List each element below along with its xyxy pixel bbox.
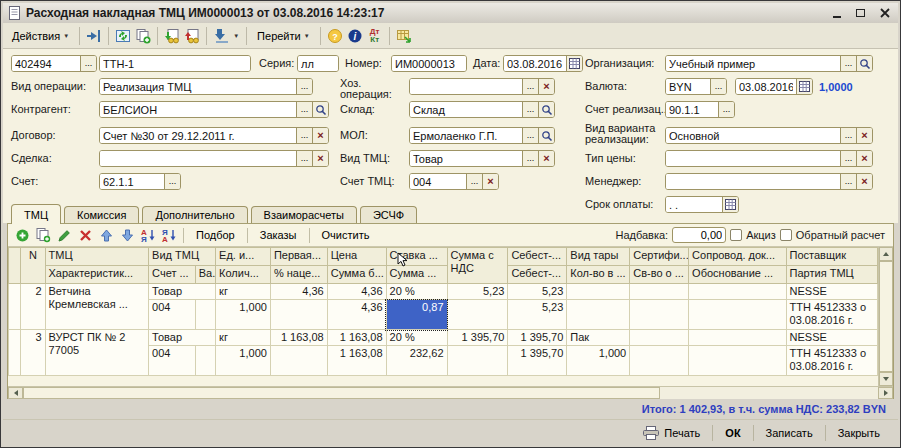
col-nacenka[interactable]: % наце... xyxy=(270,266,327,284)
pervaya-cell[interactable]: 4,36 xyxy=(270,284,327,300)
kolichestvo-cell[interactable]: 1,000 xyxy=(216,346,271,376)
col-n[interactable]: N xyxy=(21,248,45,284)
sebest-sub-cell[interactable]: 5,23 xyxy=(508,300,567,330)
akciz-checkbox[interactable] xyxy=(730,229,742,241)
col-pervaya[interactable]: Первая... xyxy=(270,248,327,266)
svvo-cell[interactable] xyxy=(630,300,689,330)
row-selector-cell[interactable] xyxy=(9,284,21,330)
horizontal-scrollbar[interactable] xyxy=(8,386,893,399)
close-form-button[interactable]: Закрыть xyxy=(828,424,890,442)
col-vid-tary[interactable]: Вид тары xyxy=(567,248,630,266)
tmc-name-cell[interactable]: ВУРСТ ПК № 2 77005 xyxy=(45,330,149,376)
scroll-down-button[interactable] xyxy=(879,372,893,386)
hoz-input[interactable] xyxy=(410,79,522,94)
due-calendar-button[interactable] xyxy=(722,197,738,212)
variant-clear-button[interactable]: × xyxy=(856,128,872,143)
print-button[interactable]: Печать xyxy=(633,423,710,443)
move-down-button[interactable] xyxy=(118,227,136,244)
horizontal-scroll-thumb[interactable] xyxy=(23,387,660,399)
nadbavka-input[interactable] xyxy=(672,227,726,243)
col-cena[interactable]: Цена xyxy=(327,248,386,266)
sort-asc-button[interactable]: АЯ xyxy=(139,227,157,244)
mol-input[interactable] xyxy=(410,128,522,143)
doc-in-button[interactable] xyxy=(163,27,181,45)
copy-row-button[interactable] xyxy=(34,227,52,244)
actions-menu-button[interactable]: Действия ▼ xyxy=(7,28,74,44)
summa-b-cell[interactable]: 1 163,08 xyxy=(327,346,386,376)
sebest-cell[interactable]: 5,23 xyxy=(508,284,567,300)
partiya-cell[interactable]: ТТН 4512333 о 03.08.2016 г. xyxy=(786,346,877,376)
ochistit-button[interactable]: Очистить xyxy=(315,228,377,242)
sdelka-input[interactable] xyxy=(100,151,296,166)
vid-tmc-cell[interactable]: Товар xyxy=(149,330,216,346)
date-input[interactable] xyxy=(504,56,566,71)
save-button[interactable]: Записать xyxy=(756,424,823,442)
tab-dopolnitelno[interactable]: Дополнительно xyxy=(142,206,247,223)
org-input[interactable] xyxy=(666,56,840,71)
col-postavshik[interactable]: Поставщик xyxy=(786,248,877,266)
code-input[interactable] xyxy=(12,56,80,71)
summa-s-nds-cell[interactable]: 5,23 xyxy=(447,284,508,300)
stavka-cell[interactable]: 20 % xyxy=(386,284,447,300)
add-row-button[interactable] xyxy=(13,227,31,244)
currency-date-calendar-button[interactable] xyxy=(796,79,812,94)
copy-document-button[interactable] xyxy=(134,27,152,45)
ed-cell[interactable]: кг xyxy=(216,330,271,346)
col-sertifikat[interactable]: Сертифи... xyxy=(630,248,689,266)
horizontal-scroll-track[interactable] xyxy=(660,387,878,399)
sdelka-select-button[interactable]: ... xyxy=(296,151,312,166)
dogovor-input[interactable] xyxy=(100,128,296,143)
dogovor-select-button[interactable]: ... xyxy=(296,128,312,143)
acc-tmc-clear-button[interactable]: × xyxy=(482,174,498,189)
col-selector[interactable] xyxy=(9,248,21,284)
summa-b-cell[interactable]: 4,36 xyxy=(327,300,386,330)
ed-cell[interactable]: кг xyxy=(216,284,271,300)
cena-cell[interactable]: 1 163,08 xyxy=(327,330,386,346)
close-button[interactable] xyxy=(875,6,894,21)
sertifikat-cell[interactable] xyxy=(630,284,689,300)
vid-tmc-cell[interactable]: Товар xyxy=(149,284,216,300)
col-kolvo-v[interactable]: Кол-во в ... xyxy=(567,266,630,284)
acc-select-button[interactable]: ... xyxy=(164,174,180,189)
acc-tmc-select-button[interactable]: ... xyxy=(466,174,482,189)
date-calendar-button[interactable] xyxy=(566,56,582,71)
goto-menu-button[interactable]: Перейти ▼ xyxy=(252,28,315,44)
number-input[interactable] xyxy=(392,56,466,71)
acc-sale-select-button[interactable]: ... xyxy=(718,102,734,117)
org-select-button[interactable]: ... xyxy=(840,56,856,71)
kolichestvo-cell[interactable]: 1,000 xyxy=(216,300,271,330)
vid-tmc-select-button[interactable]: ... xyxy=(522,151,538,166)
refresh-button[interactable] xyxy=(114,27,132,45)
sklad-input[interactable] xyxy=(410,102,522,117)
tab-tmc[interactable]: ТМЦ xyxy=(11,204,61,224)
cena-cell[interactable]: 4,36 xyxy=(327,284,386,300)
scroll-up-button[interactable] xyxy=(879,247,893,261)
currency-input[interactable] xyxy=(666,79,710,94)
col-ed[interactable]: Ед. и... xyxy=(216,248,271,266)
col-soprovod[interactable]: Сопровод. док... xyxy=(689,248,786,266)
summa-s-nds-sub-cell[interactable] xyxy=(447,346,508,376)
col-kolichestvo[interactable]: Колич... xyxy=(216,266,271,284)
partiya-cell[interactable]: ТТН 4512333 о 03.08.2016 г. xyxy=(786,300,877,330)
soprovod-cell[interactable] xyxy=(689,284,786,300)
mol-select-button[interactable]: ... xyxy=(522,128,538,143)
schet-cell[interactable]: 004 xyxy=(149,346,196,376)
edit-row-button[interactable] xyxy=(55,227,73,244)
row-selector-cell[interactable] xyxy=(9,330,21,376)
due-input[interactable] xyxy=(666,197,722,212)
save-dropdown-button[interactable]: ▼ xyxy=(212,26,241,46)
kolvo-v-cell[interactable] xyxy=(567,300,630,330)
summa-s-nds-cell[interactable]: 1 395,70 xyxy=(447,330,508,346)
variant-select-button[interactable]: ... xyxy=(840,128,856,143)
sertifikat-cell[interactable] xyxy=(630,330,689,346)
manager-input[interactable] xyxy=(666,174,840,189)
stavka-cell[interactable]: 20 % xyxy=(386,330,447,346)
hoz-select-button[interactable]: ... xyxy=(522,79,538,94)
col-obosnovanie[interactable]: Обоснование ... xyxy=(689,266,786,284)
col-summa-nds[interactable]: Сумма с НДС xyxy=(447,248,508,284)
obosnovanie-cell[interactable] xyxy=(689,300,786,330)
price-type-select-button[interactable]: ... xyxy=(840,151,856,166)
col-partiya[interactable]: Партия ТМЦ xyxy=(786,266,877,284)
price-type-clear-button[interactable]: × xyxy=(856,151,872,166)
svvo-cell[interactable] xyxy=(630,346,689,376)
